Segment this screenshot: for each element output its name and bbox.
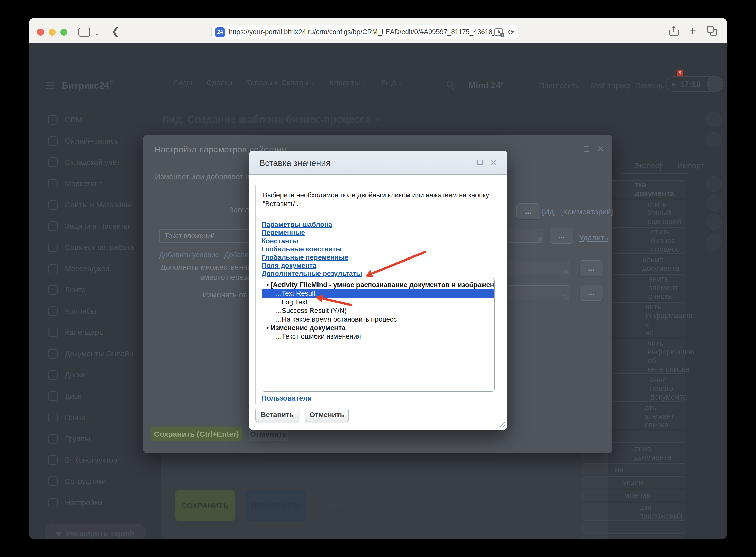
close-icon[interactable]: ✕ (490, 157, 497, 168)
tree-item[interactable]: ...Текст ошибки изменения (262, 332, 494, 341)
tree-item[interactable]: ...Text Result (262, 289, 494, 298)
activity-palette-item[interactable]: укции (582, 476, 685, 488)
insert-dialog-link[interactable]: Переменные (262, 229, 362, 237)
sidebar-item[interactable]: Сотрудники (48, 471, 165, 492)
sidebar-item-label: Лента (65, 286, 86, 294)
top-nav-item[interactable]: Клиенты⌄ (329, 78, 367, 87)
import-link[interactable]: Импорт (677, 161, 704, 170)
activity-palette-item-label: укции (623, 478, 643, 487)
activity-palette-item[interactable] (582, 522, 685, 534)
title-input[interactable]: Текст вложений (159, 229, 250, 243)
activity-palette-item-label: ание нового документа (650, 376, 687, 401)
insert-dialog-title: Вставка значения (259, 158, 330, 168)
tree-item[interactable]: • Изменение документа (262, 324, 494, 332)
insert-dialog-link[interactable]: Дополнительные результаты (262, 270, 362, 278)
page-cancel-button[interactable]: ОТМЕНА (316, 491, 351, 521)
users-link[interactable]: Пользователи (262, 394, 312, 402)
back-button[interactable]: ❮ (111, 26, 119, 37)
page-title: Лид. Создание шаблона бизнес-процесса✎ (162, 114, 381, 125)
sidebar-item-label: Сотрудники (65, 477, 106, 486)
translate-icon[interactable]: Ax (494, 28, 503, 36)
add-condition-link[interactable]: Добавить условие (159, 251, 219, 259)
sidebar-item-icon (48, 179, 58, 188)
insert-button[interactable]: Вставить (256, 408, 299, 422)
widget-circle-icon[interactable] (706, 132, 722, 147)
top-nav-item[interactable]: Лиды⌄ (173, 78, 193, 87)
activity-palette-item[interactable]: мления (582, 490, 685, 501)
widget-circle-icon[interactable] (706, 196, 722, 211)
widget-circle-icon[interactable] (706, 214, 722, 230)
edit-title-icon[interactable]: ✎ (375, 116, 381, 124)
insert-cancel-button[interactable]: Отменить (305, 408, 349, 422)
settings-save-button[interactable]: Сохранить (Ctrl+Enter) (151, 427, 242, 441)
export-import-divider (660, 162, 661, 171)
tree-item[interactable]: ...На какое время остановить процесс (262, 315, 494, 324)
invite-link[interactable]: Пригласить (539, 81, 580, 90)
insert-dialog-link[interactable]: Константы (262, 237, 362, 245)
export-link[interactable]: Экспорт (634, 161, 663, 170)
widget-circle-icon[interactable] (706, 235, 722, 250)
insert-shortcut-links: [Ид] [Комментарий] (542, 208, 613, 216)
notification-badge: 8 (676, 69, 683, 76)
sidebar-item-label: Группы (65, 435, 90, 443)
url-text[interactable]: https://your-portal.bitrix24.ru/crm/conf… (229, 28, 494, 36)
sidebar-item-label: Диск (65, 392, 81, 401)
maximize-icon[interactable] (584, 146, 589, 152)
close-window-button[interactable] (37, 29, 44, 36)
tab-overview-icon[interactable] (707, 26, 717, 36)
tree-item[interactable]: ...Success Result (Y/N) (262, 306, 494, 315)
insert-value-dialog: Вставка значения ✕ Выберите необходимое … (249, 151, 507, 430)
activity-palette-item[interactable]: ия (582, 463, 685, 475)
sidebar-item-icon (48, 349, 58, 358)
reload-icon[interactable]: ⟳ (508, 28, 515, 36)
insert-dialog-header: Вставка значения ✕ (249, 151, 507, 175)
page-apply-button[interactable]: ПРИМЕНИТЬ (244, 491, 306, 521)
url-bar[interactable]: 24 https://your-portal.bitrix24.ru/crm/c… (212, 25, 518, 39)
top-nav-item[interactable]: Ещё⌄ (381, 78, 403, 87)
help-link[interactable]: Помощь (635, 81, 665, 90)
bullet: • (266, 281, 271, 289)
zoom-window-button[interactable] (60, 29, 67, 36)
id-link[interactable]: [Ид] (542, 208, 556, 216)
widget-circle-icon[interactable] (706, 112, 722, 127)
resize-grip[interactable] (498, 421, 504, 428)
delete-link[interactable]: Удалить (579, 233, 608, 242)
activity-palette-item[interactable] (582, 535, 685, 539)
sidebar-item-label: Маркетинг (65, 179, 102, 188)
page-save-button[interactable]: СОХРАНИТЬ (175, 491, 235, 521)
ellipsis-button[interactable]: ... (550, 228, 573, 243)
insert-dialog-link[interactable]: Поля документа (262, 262, 362, 270)
minimize-window-button[interactable] (49, 29, 56, 36)
top-nav-item[interactable]: Сделки⌄ (207, 78, 232, 87)
tree-item[interactable]: • [Activity FileMind - умное распознаван… (262, 281, 494, 289)
activity-palette-item[interactable]: вия приложений (582, 503, 685, 521)
sidebar-item[interactable]: CRM (48, 109, 165, 130)
ellipsis-button[interactable]: ... (580, 260, 603, 276)
insert-dialog-link[interactable]: Глобальные переменные (262, 254, 362, 262)
tree-item-label: ...Log Text (276, 298, 308, 306)
ellipsis-button[interactable]: ... (517, 203, 540, 219)
share-icon[interactable] (669, 26, 678, 36)
close-icon[interactable]: ✕ (597, 144, 604, 154)
upgrade-tariff-button[interactable]: Расширить тариф (45, 524, 146, 539)
new-tab-icon[interactable]: + (689, 26, 696, 36)
avatar[interactable] (707, 76, 723, 92)
results-tree[interactable]: • [Activity FileMind - умное распознаван… (262, 278, 495, 392)
ellipsis-button[interactable]: ... (580, 285, 603, 300)
browser-window: ⌄ ❮ 24 https://your-portal.bitrix24.ru/c… (29, 18, 727, 539)
comment-link[interactable]: [Комментарий] (561, 208, 613, 216)
maximize-icon[interactable] (477, 159, 483, 165)
my-tariff-link[interactable]: Мой тариф (591, 81, 630, 90)
widget-circle-icon[interactable] (706, 176, 722, 192)
chevron-down-icon[interactable]: ⌄ (94, 28, 100, 37)
tree-item[interactable]: ...Log Text (262, 298, 494, 306)
insert-dialog-link[interactable]: Глобальные константы (262, 245, 362, 253)
activity-palette-item-label: ия (615, 465, 623, 473)
sidebar-toggle-icon[interactable] (79, 28, 90, 37)
search-icon[interactable] (446, 81, 453, 87)
sidebar-item[interactable]: Настройки (48, 492, 165, 513)
play-icon[interactable]: ▶ (672, 81, 676, 87)
hamburger-menu-icon[interactable] (46, 82, 55, 89)
top-nav-item[interactable]: Товары и Склады⌄ (246, 78, 315, 87)
insert-dialog-link[interactable]: Параметры шаблона (262, 221, 362, 229)
